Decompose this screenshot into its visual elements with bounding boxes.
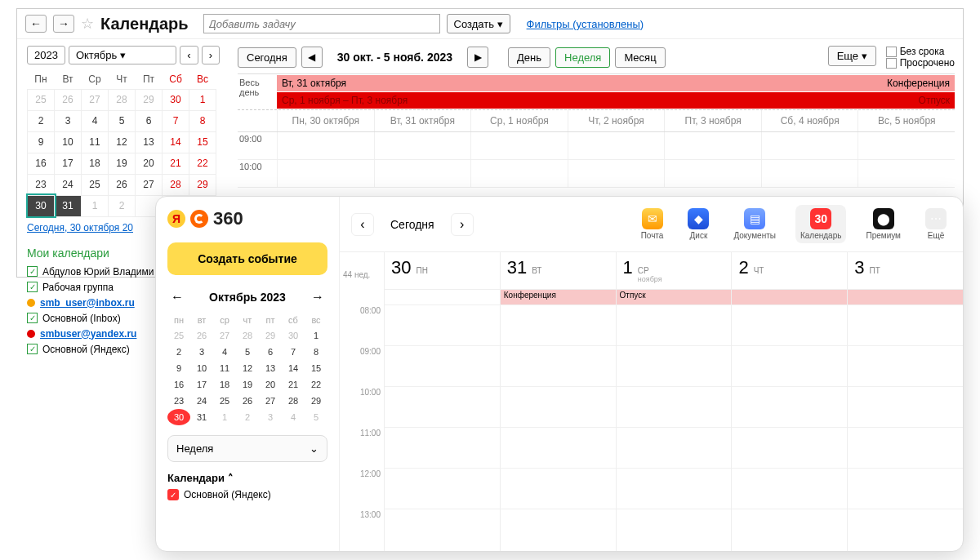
- mini-day[interactable]: 1: [213, 409, 236, 425]
- prev-month-button[interactable]: ←: [167, 287, 187, 308]
- hour-cell[interactable]: [732, 509, 847, 549]
- mini-day[interactable]: 24: [190, 393, 213, 409]
- mini-day[interactable]: 6: [136, 110, 163, 131]
- hour-cell[interactable]: [385, 304, 500, 345]
- hour-cell[interactable]: [501, 345, 616, 386]
- mini-day[interactable]: 22: [189, 153, 216, 174]
- hour-cell[interactable]: [848, 509, 963, 549]
- hour-cell[interactable]: [385, 468, 500, 509]
- allday-slot[interactable]: [385, 290, 500, 304]
- mini-day[interactable]: 18: [213, 376, 236, 393]
- mini-day[interactable]: 25: [213, 393, 236, 409]
- create-event-button[interactable]: Создать событие: [167, 242, 327, 275]
- hour-cell[interactable]: [848, 468, 963, 509]
- back-button[interactable]: ←: [25, 15, 47, 33]
- mini-day[interactable]: 14: [282, 360, 305, 376]
- mini-day[interactable]: 25: [28, 89, 55, 110]
- hour-cell[interactable]: [501, 509, 616, 549]
- mini-day[interactable]: 28: [282, 393, 305, 409]
- mini-day[interactable]: 3: [55, 110, 82, 131]
- hour-cell[interactable]: [617, 304, 732, 345]
- next-month-button[interactable]: →: [308, 287, 327, 308]
- mini-day[interactable]: 17: [190, 376, 213, 393]
- mini-day[interactable]: 15: [305, 360, 327, 376]
- mini-day[interactable]: 20: [136, 153, 163, 174]
- mini-day[interactable]: 9: [167, 360, 190, 376]
- mini-day[interactable]: 28: [109, 89, 136, 110]
- calendars-header[interactable]: Календари ˄: [167, 472, 327, 484]
- hour-cell[interactable]: [848, 304, 963, 345]
- hour-cell[interactable]: [617, 427, 732, 468]
- hour-cell[interactable]: [732, 427, 847, 468]
- mini-day[interactable]: 1: [189, 89, 216, 110]
- mini-day[interactable]: 18: [82, 153, 109, 174]
- mini-day[interactable]: 11: [82, 131, 109, 153]
- mini-day[interactable]: 26: [55, 89, 82, 110]
- app-Премиум[interactable]: ⬤Премиум: [861, 205, 906, 243]
- more-dropdown[interactable]: Еще ▾: [828, 46, 876, 66]
- mini-day[interactable]: 10: [55, 131, 82, 153]
- view-week-button[interactable]: Неделя: [555, 47, 610, 68]
- mini-day[interactable]: 9: [28, 131, 55, 153]
- prev-week-button[interactable]: ◀: [301, 47, 323, 68]
- star-icon[interactable]: ☆: [81, 15, 94, 33]
- mini-day[interactable]: 25: [167, 327, 190, 344]
- create-dropdown[interactable]: Создать ▾: [447, 14, 510, 33]
- mini-day[interactable]: 27: [259, 393, 282, 409]
- mini-day[interactable]: 21: [282, 376, 305, 393]
- mini-day[interactable]: 3: [259, 409, 282, 425]
- mini-day[interactable]: 24: [55, 174, 82, 195]
- mini-day[interactable]: 29: [305, 393, 327, 409]
- mini-day[interactable]: 29: [189, 174, 216, 195]
- allday-slot[interactable]: Конференция: [501, 290, 616, 304]
- hour-cell[interactable]: [848, 386, 963, 427]
- mini-day[interactable]: 4: [282, 409, 305, 425]
- today-button[interactable]: Сегодня: [379, 218, 446, 231]
- mini-day[interactable]: 30: [282, 327, 305, 344]
- mini-day[interactable]: 5: [236, 344, 259, 360]
- mini-day[interactable]: 28: [236, 327, 259, 344]
- mini-day[interactable]: 2: [236, 409, 259, 425]
- mini-day[interactable]: 5: [109, 110, 136, 131]
- hour-cell[interactable]: [385, 509, 500, 549]
- allday-slot[interactable]: Отпуск: [617, 290, 732, 304]
- mini-day[interactable]: 27: [136, 174, 163, 195]
- mini-day[interactable]: 23: [28, 174, 55, 195]
- hour-cell[interactable]: [617, 345, 732, 386]
- hour-cell[interactable]: [848, 427, 963, 468]
- hour-cell[interactable]: [732, 304, 847, 345]
- mini-day[interactable]: 27: [82, 89, 109, 110]
- overdue-checkbox[interactable]: Просрочено: [886, 57, 955, 69]
- next-week-button[interactable]: ▶: [467, 47, 488, 68]
- mini-day[interactable]: 15: [189, 131, 216, 153]
- mini-day[interactable]: 21: [163, 153, 189, 174]
- mini-day[interactable]: 30: [163, 89, 189, 110]
- mini-day[interactable]: 28: [163, 174, 189, 195]
- hour-cell[interactable]: [617, 468, 732, 509]
- filters-link[interactable]: Фильтры (установлены): [527, 18, 644, 30]
- view-select[interactable]: Неделя⌄: [167, 435, 327, 462]
- mini-day[interactable]: 23: [167, 393, 190, 409]
- year-select[interactable]: 2023: [27, 46, 65, 64]
- mini-day[interactable]: 1: [305, 327, 327, 344]
- app-Почта[interactable]: ✉Почта: [636, 205, 669, 243]
- calendar-item[interactable]: ✓Основной (Яндекс): [167, 489, 327, 500]
- allday-slot[interactable]: [732, 290, 847, 304]
- mini-day[interactable]: 31: [190, 409, 213, 425]
- hour-cell[interactable]: [617, 386, 732, 427]
- mini-day[interactable]: 6: [259, 344, 282, 360]
- prev-month-button[interactable]: ‹: [180, 46, 198, 64]
- mini-day[interactable]: 30: [167, 409, 190, 425]
- mini-day[interactable]: 7: [163, 110, 189, 131]
- hour-cell[interactable]: [732, 468, 847, 509]
- mini-day[interactable]: 26: [109, 174, 136, 195]
- mini-day[interactable]: 26: [190, 327, 213, 344]
- next-button[interactable]: ›: [451, 213, 474, 236]
- mini-day[interactable]: 29: [259, 327, 282, 344]
- allday-slot[interactable]: [848, 290, 963, 304]
- mini-day[interactable]: 3: [190, 344, 213, 360]
- hour-cell[interactable]: [501, 468, 616, 509]
- mini-day[interactable]: 2: [109, 195, 136, 216]
- mini-day[interactable]: 26: [236, 393, 259, 409]
- mini-day[interactable]: 14: [163, 131, 189, 153]
